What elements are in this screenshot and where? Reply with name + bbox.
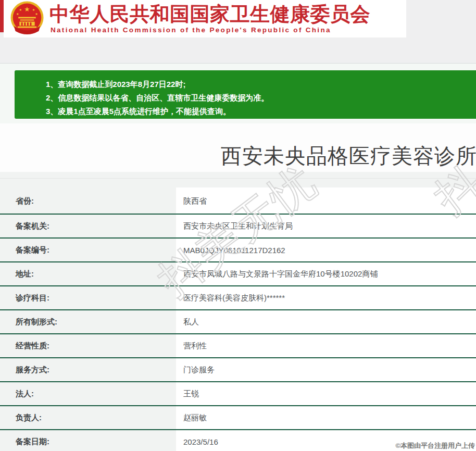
- svg-text:★: ★: [24, 6, 30, 13]
- svg-text:★: ★: [35, 12, 38, 16]
- table-row-record-number: 备案编号: MAB0JQJY061011217D2162: [0, 239, 476, 262]
- field-value: 门诊服务: [176, 358, 476, 381]
- field-value: 私人: [176, 310, 476, 333]
- field-label: 省份:: [0, 179, 176, 214]
- field-value: 西安市未央区卫生和计划生育局: [176, 215, 476, 237]
- table-row-person-in-charge: 负责人: 赵丽敏: [0, 406, 476, 430]
- table-row-service-mode: 服务方式: 门诊服务: [0, 358, 476, 382]
- table-row-address: 地址: 西安市凤城八路与文景路十字国金华府10号楼10202商铺: [0, 262, 476, 286]
- upload-credit-watermark: ©本图由平台注册用户上传: [395, 441, 475, 450]
- field-label: 经营性质:: [0, 334, 176, 357]
- notice-line-1: 1、查询数据截止到2023年8月27日22时;: [46, 78, 476, 91]
- field-value: 营利性: [176, 334, 476, 357]
- field-value: 陕西省: [176, 179, 476, 214]
- svg-text:★: ★: [16, 12, 19, 16]
- field-value: 西安市凤城八路与文景路十字国金华府10号楼10202商铺: [176, 262, 476, 285]
- field-label: 所有制形式:: [0, 310, 176, 333]
- clinic-name-title: 西安未央品格医疗美容诊所: [221, 142, 476, 170]
- field-value: 赵丽敏: [176, 406, 476, 429]
- china-national-emblem-icon: ★ ★ ★ ★ ★: [7, 1, 47, 37]
- field-label: 负责人:: [0, 406, 176, 429]
- field-value: 王锐: [176, 382, 476, 405]
- org-name-chinese: 中华人民共和国国家卫生健康委员会: [49, 2, 404, 26]
- field-label: 备案日期:: [0, 430, 176, 451]
- field-label: 服务方式:: [0, 358, 176, 381]
- table-row-authority: 备案机关: 西安市未央区卫生和计划生育局: [0, 215, 476, 239]
- table-row-legal-person: 法人: 王锐: [0, 382, 476, 406]
- record-table: 省份: 陕西省 备案机关: 西安市未央区卫生和计划生育局 备案编号: MAB0J…: [0, 178, 476, 451]
- table-row-province: 省份: 陕西省: [0, 179, 476, 215]
- org-name-english: National Health Commission of the People…: [51, 26, 405, 34]
- notice-line-2: 2、信息数据结果以各省、自治区、直辖市卫生健康委数据为准。: [46, 91, 476, 105]
- field-label: 备案编号:: [0, 239, 176, 261]
- notice-box: 1、查询数据截止到2023年8月27日22时; 2、信息数据结果以各省、自治区、…: [15, 70, 476, 119]
- field-value: 医疗美容科(美容皮肤科)******: [176, 286, 476, 309]
- field-label: 诊疗科目:: [0, 286, 176, 309]
- notice-line-3: 3、凌晨1点至凌晨5点系统进行维护，不能提供查询。: [46, 105, 476, 118]
- site-header: ★ ★ ★ ★ ★ 中华人民共和国国家卫生健康委员会 National Heal…: [4, 0, 406, 37]
- svg-text:★: ★: [32, 8, 35, 11]
- table-row-departments: 诊疗科目: 医疗美容科(美容皮肤科)******: [0, 286, 476, 310]
- field-value: MAB0JQJY061011217D2162: [176, 239, 476, 261]
- table-row-ownership: 所有制形式: 私人: [0, 310, 476, 334]
- field-label: 地址:: [0, 262, 176, 285]
- left-red-strip: [0, 0, 4, 32]
- field-label: 法人:: [0, 382, 176, 405]
- svg-text:★: ★: [19, 8, 22, 11]
- table-row-business-nature: 经营性质: 营利性: [0, 334, 476, 358]
- field-label: 备案机关:: [0, 215, 176, 237]
